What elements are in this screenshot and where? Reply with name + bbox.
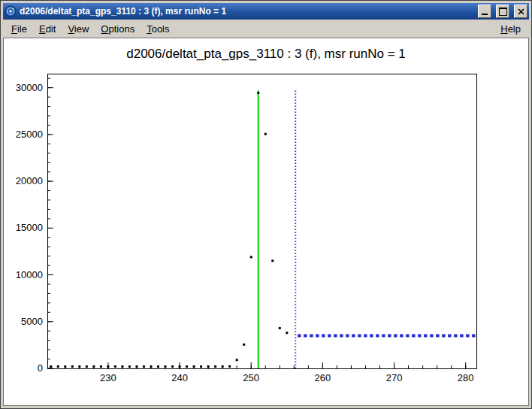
minimize-button[interactable] bbox=[478, 5, 491, 18]
svg-text:280: 280 bbox=[458, 372, 474, 383]
root-app-icon[interactable] bbox=[5, 5, 17, 17]
maximize-icon bbox=[499, 8, 507, 16]
window: d2006/deltat_pta_gps_3110 : 3 (f), msr r… bbox=[0, 0, 532, 409]
maximize-button[interactable] bbox=[496, 5, 509, 18]
svg-text:10000: 10000 bbox=[16, 269, 43, 280]
minimize-icon bbox=[482, 14, 488, 15]
svg-text:250: 250 bbox=[243, 372, 259, 383]
menu-options[interactable]: Options bbox=[95, 21, 141, 37]
svg-text:5000: 5000 bbox=[21, 316, 43, 327]
histogram-plot: 2302402502602702800500010000150002000025… bbox=[4, 38, 528, 405]
svg-text:0: 0 bbox=[38, 362, 43, 374]
svg-text:270: 270 bbox=[386, 372, 403, 383]
svg-text:15000: 15000 bbox=[16, 222, 43, 233]
menu-view[interactable]: View bbox=[62, 21, 95, 37]
menu-help[interactable]: Help bbox=[494, 21, 527, 37]
menu-file[interactable]: File bbox=[5, 21, 33, 37]
svg-text:230: 230 bbox=[100, 372, 116, 383]
menu-edit[interactable]: Edit bbox=[33, 21, 62, 37]
svg-text:240: 240 bbox=[171, 372, 188, 383]
svg-text:30000: 30000 bbox=[16, 82, 43, 93]
root-logo-icon bbox=[5, 5, 17, 17]
root-canvas[interactable]: d2006/deltat_pta_gps_3110 : 3 (f), msr r… bbox=[3, 38, 529, 406]
menubar: File Edit View Options Tools Help bbox=[3, 20, 529, 38]
svg-text:260: 260 bbox=[315, 372, 331, 383]
svg-text:25000: 25000 bbox=[16, 129, 43, 140]
menu-tools[interactable]: Tools bbox=[141, 21, 175, 37]
svg-text:20000: 20000 bbox=[16, 175, 43, 186]
window-title: d2006/deltat_pta_gps_3110 : 3 (f), msr r… bbox=[20, 3, 473, 20]
close-icon bbox=[518, 8, 524, 15]
titlebar[interactable]: d2006/deltat_pta_gps_3110 : 3 (f), msr r… bbox=[3, 3, 529, 20]
close-button[interactable] bbox=[514, 5, 527, 18]
